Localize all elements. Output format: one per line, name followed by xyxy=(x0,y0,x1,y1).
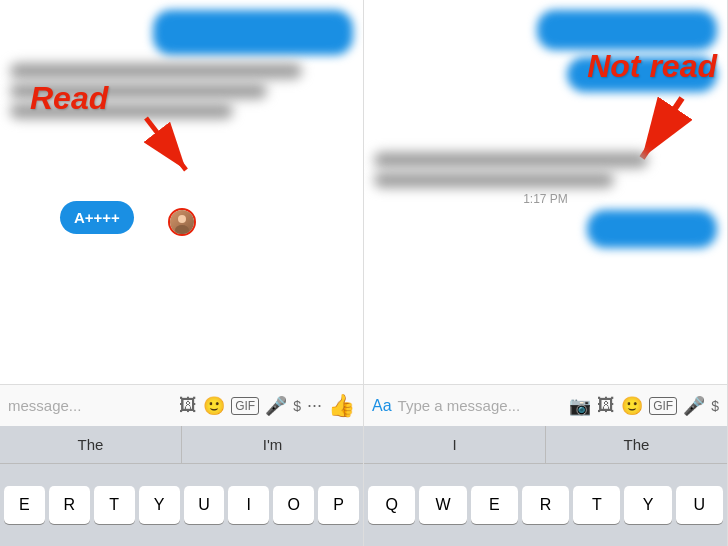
like-icon[interactable]: 👍 xyxy=(328,393,355,419)
left-autocomplete-bar: The I'm xyxy=(0,426,363,464)
right-camera-icon[interactable]: 📷 xyxy=(569,395,591,417)
aplusplus-bubble: A++++ xyxy=(60,201,134,234)
right-sent-message-3 xyxy=(374,210,717,248)
read-label: Read xyxy=(30,80,108,117)
svg-point-3 xyxy=(175,225,189,234)
right-emoji-icon[interactable]: 🙂 xyxy=(621,395,643,417)
right-autocomplete-bar: I The xyxy=(364,426,727,464)
right-keys-row: Q W E R T Y U xyxy=(364,464,727,546)
read-arrow xyxy=(130,110,210,194)
svg-line-1 xyxy=(146,118,186,170)
svg-point-2 xyxy=(178,215,186,223)
emoji-icon[interactable]: 🙂 xyxy=(203,395,225,417)
left-keyboard-icons: 🖼 🙂 GIF 🎤 $ ··· 👍 xyxy=(179,393,355,419)
right-panel: Not read 1:17 PM Aa Type a xyxy=(364,0,728,546)
right-mic-icon[interactable]: 🎤 xyxy=(683,395,705,417)
right-sent-message-top xyxy=(374,10,717,50)
right-key-y[interactable]: Y xyxy=(624,486,671,524)
right-gif-icon[interactable]: GIF xyxy=(649,397,677,415)
right-key-t[interactable]: T xyxy=(573,486,620,524)
time-label: 1:17 PM xyxy=(374,192,717,206)
key-o[interactable]: O xyxy=(273,486,314,524)
right-autocomplete-the[interactable]: The xyxy=(546,426,727,463)
avatar-image xyxy=(170,210,194,234)
right-key-u[interactable]: U xyxy=(676,486,723,524)
autocomplete-im[interactable]: I'm xyxy=(182,426,363,463)
dollar-icon[interactable]: $ xyxy=(293,398,301,414)
key-r[interactable]: R xyxy=(49,486,90,524)
right-chat-area: Not read 1:17 PM xyxy=(364,0,727,384)
right-dollar-icon[interactable]: $ xyxy=(711,398,719,414)
key-y[interactable]: Y xyxy=(139,486,180,524)
photo-icon[interactable]: 🖼 xyxy=(179,395,197,416)
right-key-w[interactable]: W xyxy=(419,486,466,524)
left-input-bar[interactable]: message... 🖼 🙂 GIF 🎤 $ ··· 👍 xyxy=(0,384,363,426)
read-receipt-avatar xyxy=(168,208,196,236)
left-panel: Read A++++ xyxy=(0,0,364,546)
key-i[interactable]: I xyxy=(228,486,269,524)
right-photo-icon[interactable]: 🖼 xyxy=(597,395,615,416)
key-u[interactable]: U xyxy=(184,486,225,524)
right-message-input[interactable]: Type a message... xyxy=(398,397,570,414)
right-input-bar[interactable]: Aa Type a message... 📷 🖼 🙂 GIF 🎤 $ xyxy=(364,384,727,426)
key-e[interactable]: E xyxy=(4,486,45,524)
right-key-r[interactable]: R xyxy=(522,486,569,524)
right-aa-icon[interactable]: Aa xyxy=(372,397,392,415)
mic-icon[interactable]: 🎤 xyxy=(265,395,287,417)
right-keyboard: I The Q W E R T Y U xyxy=(364,426,727,546)
key-p[interactable]: P xyxy=(318,486,359,524)
right-key-e[interactable]: E xyxy=(471,486,518,524)
svg-line-5 xyxy=(642,98,682,158)
autocomplete-the[interactable]: The xyxy=(0,426,182,463)
right-autocomplete-i[interactable]: I xyxy=(364,426,546,463)
dots-icon[interactable]: ··· xyxy=(307,395,322,416)
gif-icon[interactable]: GIF xyxy=(231,397,259,415)
sent-message-top xyxy=(10,10,353,55)
left-message-input[interactable]: message... xyxy=(8,397,179,414)
left-chat-area: Read A++++ xyxy=(0,0,363,384)
right-keyboard-icons: 📷 🖼 🙂 GIF 🎤 $ xyxy=(569,395,719,417)
left-keyboard: The I'm E R T Y U I O P xyxy=(0,426,363,546)
key-t[interactable]: T xyxy=(94,486,135,524)
left-keys-row: E R T Y U I O P xyxy=(0,464,363,546)
not-read-label: Not read xyxy=(587,48,717,85)
right-key-q[interactable]: Q xyxy=(368,486,415,524)
